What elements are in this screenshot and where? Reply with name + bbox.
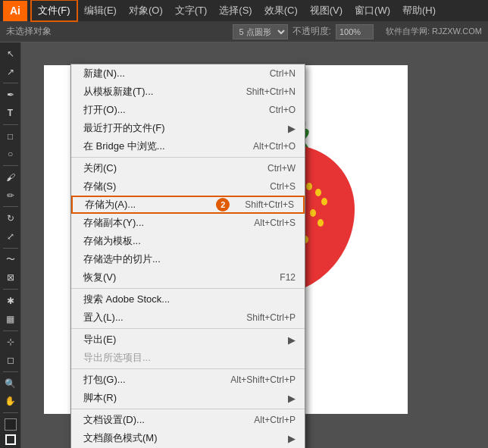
- menu-save[interactable]: 存储(S) Ctrl+S: [71, 177, 305, 196]
- menu-save-as[interactable]: 存储为(A)... 2 Shift+Ctrl+S: [71, 196, 305, 214]
- file-dropdown-menu: 新建(N)... Ctrl+N 从模板新建(T)... Shift+Ctrl+N…: [70, 64, 305, 448]
- menu-search-stock[interactable]: 搜索 Adobe Stock...: [71, 290, 305, 309]
- menu-export-arrow: ▶: [288, 334, 296, 346]
- menu-bridge-shortcut: Alt+Ctrl+O: [253, 141, 296, 152]
- menu-close-label: 关闭(C): [83, 161, 252, 175]
- menu-close-shortcut: Ctrl+W: [267, 163, 296, 174]
- menu-recent[interactable]: 最近打开的文件(F) ▶: [71, 119, 305, 137]
- menu-item-help[interactable]: 帮助(H): [396, 1, 442, 20]
- tool-sep-9: [3, 412, 18, 413]
- menu-save-template[interactable]: 存储为模板...: [71, 232, 305, 250]
- tool-eraser[interactable]: ◻: [2, 352, 19, 368]
- menu-doc-setup[interactable]: 文档设置(D)... Alt+Ctrl+P: [71, 411, 305, 429]
- tool-selection[interactable]: ↖: [2, 45, 19, 62]
- menu-item-edit[interactable]: 编辑(E): [78, 1, 123, 20]
- tool-zoom[interactable]: 🔍: [2, 375, 19, 392]
- menu-save-selected-label: 存储选中的切片...: [83, 252, 296, 266]
- tool-slice[interactable]: ⊹: [2, 334, 19, 351]
- tool-sep-4: [3, 206, 18, 207]
- menu-new-label: 新建(N)...: [83, 67, 255, 80]
- menu-export[interactable]: 导出(E) ▶: [71, 331, 305, 349]
- menu-save-label: 存储(S): [83, 180, 255, 193]
- menu-scripts-label: 脚本(R): [83, 391, 282, 405]
- sep-5: [71, 409, 305, 409]
- menu-item-window[interactable]: 窗口(W): [349, 1, 396, 20]
- menu-package-shortcut: Alt+Shift+Ctrl+P: [230, 374, 296, 385]
- menu-bar: Ai 文件(F) 编辑(E) 对象(O) 文字(T) 选择(S) 效果(C) 视…: [0, 0, 488, 21]
- tool-pencil[interactable]: ✏: [2, 187, 19, 204]
- svg-point-26: [315, 189, 321, 196]
- menu-color-mode[interactable]: 文档颜色模式(M) ▶: [71, 429, 305, 447]
- opacity-label: 不透明度:: [292, 25, 331, 38]
- menu-color-mode-arrow: ▶: [288, 433, 296, 444]
- tool-paintbrush[interactable]: 🖌: [2, 169, 19, 186]
- menu-item-view[interactable]: 视图(V): [304, 1, 349, 20]
- tool-rectangle[interactable]: □: [2, 128, 19, 145]
- menu-color-mode-label: 文档颜色模式(M): [83, 431, 282, 445]
- tool-warp[interactable]: 〜: [2, 252, 19, 268]
- menu-new[interactable]: 新建(N)... Ctrl+N: [71, 64, 305, 83]
- menu-export-selected-label: 导出所选项目...: [83, 351, 296, 365]
- tool-hand[interactable]: ✋: [2, 393, 19, 410]
- toolbar: 未选择对象 5 点圆形 不透明度: 软件自学网: RJZXW.COM: [0, 21, 488, 42]
- tool-sep-2: [3, 124, 18, 125]
- menu-save-copy[interactable]: 存储副本(Y)... Alt+Ctrl+S: [71, 214, 305, 232]
- menu-save-as-label: 存储为(A)...: [85, 198, 211, 211]
- menu-package-label: 打包(G)...: [83, 373, 215, 387]
- shape-select[interactable]: 5 点圆形: [233, 24, 288, 39]
- menu-item-effect[interactable]: 效果(C): [258, 1, 304, 20]
- tool-type[interactable]: T: [2, 105, 19, 121]
- menu-save-shortcut: Ctrl+S: [270, 181, 296, 192]
- tools-panel: ↖ ↗ ✒ T □ ○ 🖌 ✏ ↻ ⤢ 〜 ⊠ ✱ ▦ ⊹ ◻ 🔍 ✋: [0, 42, 21, 448]
- menu-item-object[interactable]: 对象(O): [123, 1, 169, 20]
- tool-symbol[interactable]: ✱: [2, 293, 19, 309]
- tool-ellipse[interactable]: ○: [2, 146, 19, 162]
- tool-direct-selection[interactable]: ↗: [2, 64, 19, 80]
- selection-status: 未选择对象: [6, 25, 52, 38]
- menu-item-select[interactable]: 选择(S): [213, 1, 258, 20]
- menu-export-label: 导出(E): [83, 333, 282, 346]
- menu-items: 文件(F) 编辑(E) 对象(O) 文字(T) 选择(S) 效果(C) 视图(V…: [30, 0, 442, 22]
- toolbar-right: 5 点圆形 不透明度: 软件自学网: RJZXW.COM: [233, 24, 482, 39]
- menu-open-label: 打开(O)...: [83, 103, 254, 117]
- menu-open[interactable]: 打开(O)... Ctrl+O: [71, 101, 305, 119]
- menu-export-selected: 导出所选项目...: [71, 349, 305, 367]
- main-area: ↖ ↗ ✒ T □ ○ 🖌 ✏ ↻ ⤢ 〜 ⊠ ✱ ▦ ⊹ ◻ 🔍 ✋: [0, 42, 488, 448]
- tool-column-graph[interactable]: ▦: [2, 311, 19, 327]
- menu-recent-arrow: ▶: [288, 123, 296, 134]
- menu-place[interactable]: 置入(L)... Shift+Ctrl+P: [71, 309, 305, 327]
- opacity-input[interactable]: [336, 24, 374, 39]
- menu-open-shortcut: Ctrl+O: [269, 105, 296, 115]
- menu-revert[interactable]: 恢复(V) F12: [71, 268, 305, 287]
- menu-item-type[interactable]: 文字(T): [169, 1, 214, 20]
- menu-revert-label: 恢复(V): [83, 271, 264, 284]
- menu-place-shortcut: Shift+Ctrl+P: [246, 312, 296, 323]
- menu-item-file[interactable]: 文件(F): [30, 0, 78, 22]
- menu-scripts[interactable]: 脚本(R) ▶: [71, 389, 305, 407]
- menu-recent-label: 最近打开的文件(F): [83, 121, 282, 135]
- menu-new-template-shortcut: Shift+Ctrl+N: [246, 86, 296, 97]
- tool-sep-7: [3, 331, 18, 331]
- svg-point-9: [318, 219, 324, 227]
- menu-doc-setup-label: 文档设置(D)...: [83, 413, 239, 427]
- menu-new-template[interactable]: 从模板新建(T)... Shift+Ctrl+N: [71, 83, 305, 101]
- sep-4: [71, 368, 305, 369]
- fill-color[interactable]: [5, 418, 17, 431]
- tool-rotate[interactable]: ↻: [2, 210, 19, 227]
- menu-scripts-arrow: ▶: [288, 393, 296, 404]
- tool-pen[interactable]: ✒: [2, 86, 19, 103]
- site-watermark: 软件自学网: RJZXW.COM: [386, 26, 482, 37]
- menu-new-template-label: 从模板新建(T)...: [83, 85, 231, 99]
- menu-close[interactable]: 关闭(C) Ctrl+W: [71, 159, 305, 177]
- menu-doc-setup-shortcut: Alt+Ctrl+P: [254, 415, 296, 425]
- stroke-color[interactable]: [5, 434, 16, 445]
- menu-revert-shortcut: F12: [280, 272, 296, 283]
- menu-search-stock-label: 搜索 Adobe Stock...: [83, 293, 296, 306]
- menu-save-selected[interactable]: 存储选中的切片...: [71, 250, 305, 268]
- sep-3: [71, 328, 305, 329]
- tool-free-transform[interactable]: ⊠: [2, 269, 19, 286]
- save-as-badge: 2: [216, 198, 230, 211]
- menu-bridge[interactable]: 在 Bridge 中浏览... Alt+Ctrl+O: [71, 137, 305, 155]
- tool-scale[interactable]: ⤢: [2, 228, 19, 245]
- menu-package[interactable]: 打包(G)... Alt+Shift+Ctrl+P: [71, 371, 305, 389]
